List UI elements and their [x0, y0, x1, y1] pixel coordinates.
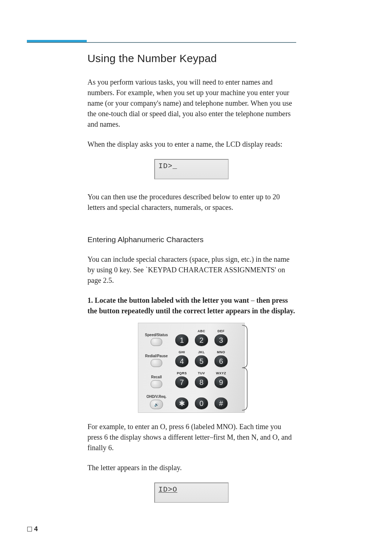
key-9-button: 9 [215, 376, 228, 388]
side-button: 🔊 [150, 400, 163, 409]
step-1-bold-a: Locate the button labeled with the lette… [95, 296, 249, 304]
step-1-body-2: The letter appears in the display. [87, 463, 295, 473]
page-number-icon [27, 527, 32, 531]
side-key-recall: Recall [141, 367, 172, 388]
key-8-button: 8 [195, 376, 208, 388]
keypad-row-2: Redial/Pause GHI 4 JKL 5 MNO 6 [141, 346, 231, 367]
key-7: PQRS 7 [172, 367, 192, 388]
subsection-paragraph: You can include special characters (spac… [87, 254, 295, 286]
key-9: WXYZ 9 [211, 367, 231, 388]
side-label: Redial/Pause [145, 354, 168, 358]
page-number-value: 4 [34, 525, 38, 533]
key-star-button: ✱ [175, 398, 188, 409]
key-0-button: 0 [195, 398, 208, 409]
keypad-row-4: OHD/V.Req. 🔊 ✱ 0 # [141, 388, 231, 409]
subsection-heading: Entering Alphanumeric Characters [87, 235, 295, 244]
step-number: 1. [87, 296, 93, 304]
key-6-button: 6 [215, 355, 228, 367]
side-button [151, 338, 162, 346]
key-5-button: 5 [195, 355, 208, 367]
lcd-2-text: ID>O [159, 485, 177, 494]
side-label: OHD/V.Req. [146, 395, 166, 399]
key-0: 0 [192, 388, 211, 409]
page: Using the Number Keypad As you perform v… [0, 0, 392, 554]
key-4-label: GHI [179, 350, 185, 355]
step-1-body: For example, to enter an O, press 6 (lab… [87, 421, 295, 453]
header-rule [27, 42, 296, 43]
key-1: 1 [172, 325, 192, 346]
side-key-ohd-vreq: OHD/V.Req. 🔊 [141, 388, 172, 409]
section-heading: Using the Number Keypad [87, 52, 295, 65]
key-6: MNO 6 [211, 346, 231, 367]
key-7-button: 7 [175, 376, 188, 388]
keypad-row-3: Recall PQRS 7 TUV 8 WXYZ 9 [141, 367, 231, 388]
key-7-label: PQRS [177, 371, 187, 376]
lcd-display-1: ID>_ [154, 159, 229, 179]
key-3-button: 3 [215, 334, 228, 346]
side-label: Speed/Status [145, 333, 168, 337]
key-6-label: MNO [217, 350, 225, 355]
key-4-button: 4 [175, 355, 188, 367]
key-9-label: WXYZ [216, 371, 226, 376]
key-1-button: 1 [175, 334, 188, 346]
side-button [151, 380, 162, 388]
side-key-speed-status: Speed/Status [141, 325, 172, 346]
key-4: GHI 4 [172, 346, 192, 367]
key-2: ABC 2 [192, 325, 211, 346]
key-5-label: JKL [198, 350, 205, 355]
key-hash: # [211, 388, 231, 409]
lcd-display-2: ID>O [154, 482, 229, 503]
key-5: JKL 5 [192, 346, 211, 367]
key-2-label: ABC [198, 329, 205, 334]
key-3-label: DEF [217, 329, 225, 334]
keypad-row-1: Speed/Status 1 ABC 2 DEF 3 [141, 325, 231, 346]
key-8-label: TUV [198, 371, 205, 376]
intro-paragraph-2: When the display asks you to enter a nam… [87, 139, 295, 150]
side-label: Recall [151, 375, 162, 379]
intro-paragraph-1: As you perform various tasks, you will n… [87, 77, 295, 130]
step-1-dash: – [249, 296, 256, 304]
key-2-button: 2 [195, 334, 208, 346]
key-star: ✱ [172, 388, 192, 409]
key-hash-button: # [215, 398, 228, 409]
key-8: TUV 8 [192, 367, 211, 388]
intro-paragraph-3: You can then use the procedures describe… [87, 192, 295, 213]
side-key-redial-pause: Redial/Pause [141, 346, 172, 367]
side-button [151, 359, 162, 367]
key-3: DEF 3 [211, 325, 231, 346]
content-column: Using the Number Keypad As you perform v… [87, 46, 295, 515]
page-number: 4 [27, 525, 38, 533]
speaker-icon: 🔊 [154, 403, 159, 407]
step-1-title: 1. Locate the button labeled with the le… [87, 295, 295, 316]
keypad-illustration: Speed/Status 1 ABC 2 DEF 3 Redi [138, 323, 245, 413]
